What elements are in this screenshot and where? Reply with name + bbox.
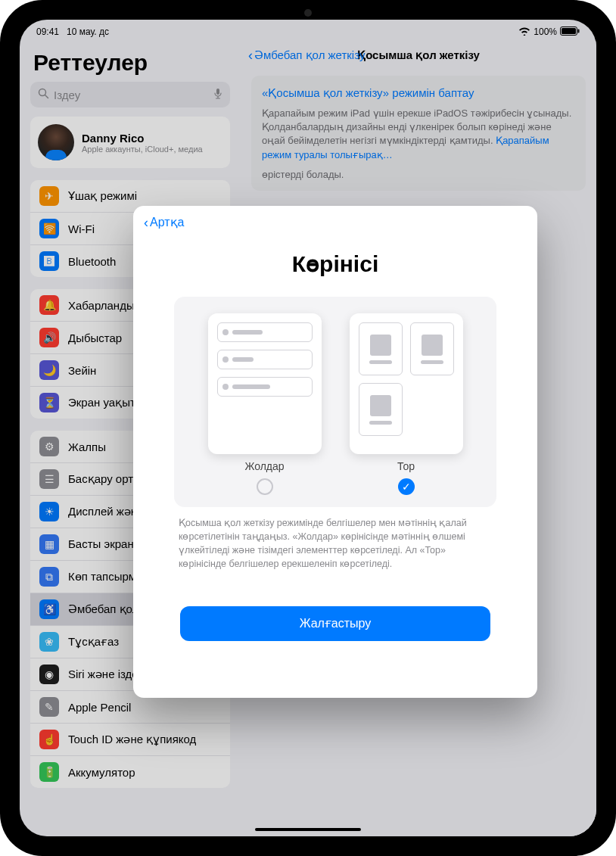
sheet-back-label: Артқа: [150, 215, 184, 229]
choice-grid-label: Тор: [397, 460, 415, 472]
continue-label: Жалғастыру: [300, 616, 372, 630]
sheet-title: Көрінісі: [174, 251, 496, 277]
front-camera: [304, 9, 312, 17]
rows-preview: [208, 313, 322, 454]
choice-grid[interactable]: Тор ✓: [350, 313, 463, 495]
radio-grid[interactable]: ✓: [398, 478, 415, 495]
appearance-choice-area: Жолдар Тор ✓: [174, 297, 496, 507]
chevron-left-icon: ‹: [144, 216, 148, 229]
home-indicator[interactable]: [255, 828, 361, 831]
sheet-back-button[interactable]: ‹ Артқа: [144, 215, 527, 229]
choice-rows-label: Жолдар: [244, 460, 284, 472]
continue-button[interactable]: Жалғастыру: [180, 606, 490, 641]
radio-rows[interactable]: [257, 478, 273, 495]
choice-rows[interactable]: Жолдар: [208, 313, 322, 495]
grid-preview: [350, 313, 463, 454]
appearance-explain: Қосымша қол жеткізу режимінде белгішелер…: [179, 516, 492, 571]
appearance-sheet: ‹ Артқа Көрінісі Жолдар: [133, 206, 537, 698]
